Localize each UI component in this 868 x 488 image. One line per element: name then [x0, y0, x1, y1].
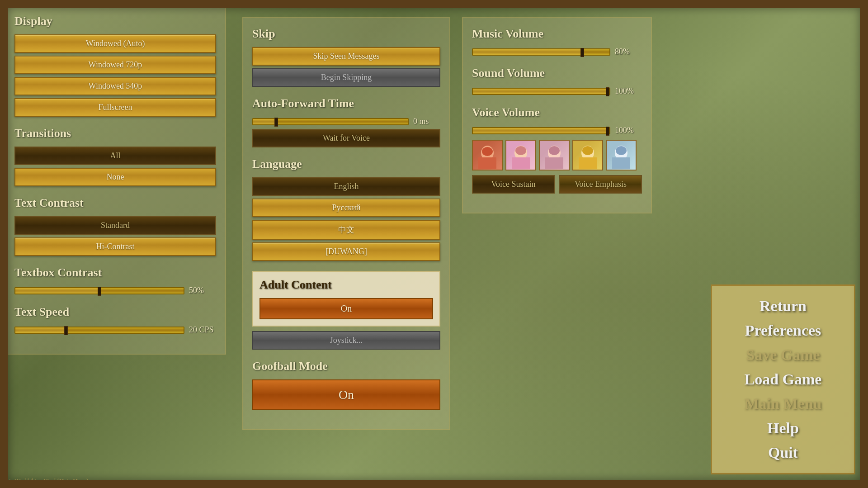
textbox-contrast-value: 50% — [189, 286, 216, 295]
sound-volume-value: 100% — [615, 86, 642, 96]
music-volume-value: 80% — [615, 47, 642, 57]
language-section: Language English Русский 中文 [DUWANG] — [252, 157, 440, 261]
voice-volume-value: 100% — [615, 126, 642, 135]
avatar-2[interactable] — [505, 140, 536, 171]
auto-forward-track[interactable] — [252, 118, 409, 125]
auto-forward-value: 0 ms — [413, 117, 440, 126]
skip-title: Skip — [252, 27, 440, 41]
adult-content-title: Adult Content — [259, 278, 433, 292]
nav-quit[interactable]: Quit — [719, 441, 847, 464]
transitions-section: Transitions All None — [14, 127, 216, 186]
avatar-4[interactable] — [572, 140, 603, 171]
svg-rect-11 — [579, 157, 597, 169]
btn-adult-content-on[interactable]: On — [259, 298, 433, 319]
nav-menu: Return Preferences Save Game Load Game M… — [711, 284, 855, 474]
music-volume-title: Music Volume — [472, 27, 642, 41]
nav-save-game[interactable]: Save Game — [719, 344, 847, 366]
voice-volume-slider-row: 100% — [472, 126, 642, 135]
text-speed-track[interactable] — [14, 327, 184, 334]
voice-volume-title: Voice Volume — [472, 106, 642, 119]
music-icon: ♪ — [8, 477, 11, 484]
svg-point-10 — [582, 146, 593, 155]
btn-transitions-all[interactable]: All — [14, 147, 216, 165]
btn-transitions-none[interactable]: None — [14, 168, 216, 186]
nav-return[interactable]: Return — [719, 295, 847, 317]
nav-load-game[interactable]: Load Game — [719, 368, 847, 391]
textbox-contrast-track[interactable] — [14, 287, 184, 294]
textbox-contrast-slider-row: 50% — [14, 286, 216, 295]
nav-main-menu[interactable]: Main Menu — [719, 393, 847, 415]
avatar-5[interactable] — [606, 140, 637, 171]
btn-goofball-on[interactable]: On — [252, 379, 440, 410]
auto-forward-title: Auto-Forward Time — [252, 97, 440, 110]
voice-volume-section: Voice Volume 100% — [472, 106, 642, 194]
language-title: Language — [252, 157, 440, 171]
btn-windowed-auto[interactable]: Windowed (Auto) — [14, 34, 216, 53]
btn-duwang[interactable]: [DUWANG] — [252, 242, 440, 261]
sound-volume-track[interactable] — [472, 88, 610, 95]
text-contrast-section: Text Contrast Standard Hi-Contrast — [14, 196, 216, 256]
svg-point-13 — [616, 146, 627, 155]
adult-content-section: Adult Content On — [252, 271, 440, 327]
svg-point-7 — [549, 146, 560, 155]
btn-wait-for-voice[interactable]: Wait for Voice — [252, 129, 440, 147]
mid-panel: Skip Skip Seen Messages Begin Skipping A… — [242, 17, 450, 430]
display-title: Display — [14, 14, 216, 28]
sound-volume-title: Sound Volume — [472, 66, 642, 80]
auto-forward-slider-row: 0 ms — [252, 117, 440, 126]
btn-begin-skipping[interactable]: Begin Skipping — [252, 68, 440, 87]
btn-skip-seen[interactable]: Skip Seen Messages — [252, 47, 440, 66]
text-contrast-title: Text Contrast — [14, 196, 216, 210]
music-volume-slider-row: 80% — [472, 47, 642, 57]
text-speed-section: Text Speed 20 CPS — [14, 305, 216, 335]
btn-joystick[interactable]: Joystick... — [252, 331, 440, 350]
left-panel: Display Windowed (Auto) Windowed 720p Wi… — [5, 5, 226, 355]
btn-voice-sustain[interactable]: Voice Sustain — [472, 175, 555, 194]
btn-windowed-720p[interactable]: Windowed 720p — [14, 56, 216, 74]
btn-english[interactable]: English — [252, 177, 440, 196]
svg-point-1 — [482, 147, 493, 156]
avatar-1[interactable] — [472, 140, 503, 171]
text-speed-title: Text Speed — [14, 305, 216, 319]
music-volume-track[interactable] — [472, 48, 610, 56]
svg-rect-5 — [512, 157, 530, 169]
right-panel: Music Volume 80% Sound Volume 100% Voice… — [462, 17, 652, 213]
goofball-title: Goofball Mode — [252, 360, 440, 373]
music-text: Hitchhiking Wind (Main Menu) — [14, 477, 88, 484]
voice-btn-row: Voice Sustain Voice Emphasis — [472, 175, 642, 194]
avatar-3[interactable] — [539, 140, 570, 171]
music-note: ♪ Hitchhiking Wind (Main Menu) — [8, 477, 88, 484]
goofball-section: Goofball Mode On — [252, 360, 440, 410]
btn-russian[interactable]: Русский — [252, 199, 440, 217]
display-section: Display Windowed (Auto) Windowed 720p Wi… — [14, 14, 216, 117]
btn-windowed-540p[interactable]: Windowed 540p — [14, 77, 216, 95]
svg-rect-2 — [478, 157, 496, 169]
auto-forward-section: Auto-Forward Time 0 ms Wait for Voice — [252, 97, 440, 147]
nav-help[interactable]: Help — [719, 417, 847, 440]
svg-point-4 — [515, 146, 526, 155]
transitions-title: Transitions — [14, 127, 216, 140]
textbox-contrast-title: Textbox Contrast — [14, 266, 216, 280]
svg-rect-14 — [612, 157, 630, 169]
btn-standard[interactable]: Standard — [14, 216, 216, 235]
sound-volume-slider-row: 100% — [472, 86, 642, 96]
btn-hi-contrast[interactable]: Hi-Contrast — [14, 237, 216, 256]
skip-section: Skip Skip Seen Messages Begin Skipping — [252, 27, 440, 87]
text-speed-slider-row: 20 CPS — [14, 325, 216, 335]
nav-preferences[interactable]: Preferences — [719, 319, 847, 342]
btn-chinese[interactable]: 中文 — [252, 220, 440, 240]
joystick-section: Joystick... — [252, 331, 440, 350]
textbox-contrast-section: Textbox Contrast 50% — [14, 266, 216, 295]
svg-rect-8 — [545, 157, 563, 169]
btn-voice-emphasis[interactable]: Voice Emphasis — [559, 175, 642, 194]
sound-volume-section: Sound Volume 100% — [472, 66, 642, 96]
music-volume-section: Music Volume 80% — [472, 27, 642, 57]
text-speed-value: 20 CPS — [189, 325, 216, 335]
btn-fullscreen[interactable]: Fullscreen — [14, 98, 216, 117]
voice-volume-track[interactable] — [472, 127, 610, 134]
voice-avatars — [472, 140, 642, 171]
